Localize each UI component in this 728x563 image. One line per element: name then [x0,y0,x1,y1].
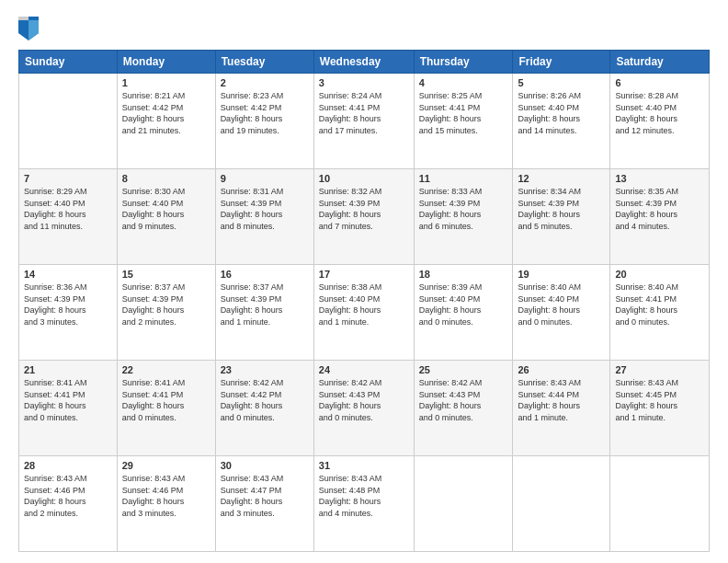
day-number: 31 [319,460,409,471]
day-info-line: Daylight: 8 hours [419,304,508,316]
day-info-line: Sunrise: 8:35 AM [615,186,704,198]
day-header-friday: Friday [513,51,610,74]
day-info-line: Daylight: 8 hours [419,400,508,412]
day-info-line: and 12 minutes. [615,125,704,137]
day-info-line: Sunset: 4:43 PM [319,389,409,401]
day-number: 24 [319,364,409,375]
day-info-line: and 2 minutes. [24,508,112,520]
day-number: 9 [221,173,309,184]
day-number: 16 [221,269,309,280]
calendar-cell: 29Sunrise: 8:43 AMSunset: 4:46 PMDayligh… [117,456,215,552]
day-info-line: and 3 minutes. [24,316,112,328]
calendar-cell: 5Sunrise: 8:26 AMSunset: 4:40 PMDaylight… [513,74,610,169]
day-info-line: Sunrise: 8:26 AM [518,90,605,102]
day-info-line: Sunrise: 8:38 AM [319,282,409,293]
day-info-line: Daylight: 8 hours [122,209,210,221]
day-info-line: Sunset: 4:45 PM [615,389,704,401]
header [18,17,710,40]
day-number: 17 [319,269,409,280]
calendar-cell: 21Sunrise: 8:41 AMSunset: 4:41 PMDayligh… [19,361,118,456]
calendar-table: SundayMondayTuesdayWednesdayThursdayFrid… [18,50,710,552]
day-info-line: Daylight: 8 hours [419,209,508,221]
day-info-line: Sunrise: 8:28 AM [615,90,704,102]
day-info-line: Daylight: 8 hours [319,496,409,508]
day-info-line: and 21 minutes. [122,125,210,137]
calendar-cell: 26Sunrise: 8:43 AMSunset: 4:44 PMDayligh… [513,361,610,456]
day-number: 20 [615,269,704,280]
day-header-wednesday: Wednesday [313,51,414,74]
day-info-line: Sunset: 4:39 PM [122,293,210,305]
day-info-line: Sunrise: 8:23 AM [221,90,309,102]
calendar-cell: 23Sunrise: 8:42 AMSunset: 4:42 PMDayligh… [215,361,313,456]
day-info-line: Sunrise: 8:42 AM [419,377,508,389]
day-info-line: and 0 minutes. [319,412,409,424]
week-row-3: 14Sunrise: 8:36 AMSunset: 4:39 PMDayligh… [19,265,710,361]
header-row: SundayMondayTuesdayWednesdayThursdayFrid… [19,51,710,74]
day-info-line: Sunset: 4:40 PM [319,293,409,305]
day-number: 3 [319,77,409,88]
day-number: 23 [221,364,309,375]
day-info-line: Sunrise: 8:24 AM [319,90,409,102]
day-info-line: and 1 minute. [615,412,704,424]
logo-icon [18,17,39,40]
day-info-line: Daylight: 8 hours [615,400,704,412]
day-number: 13 [615,173,704,184]
day-info-line: Sunrise: 8:42 AM [319,377,409,389]
day-info-line: Sunset: 4:43 PM [419,389,508,401]
day-info-line: Daylight: 8 hours [518,113,605,125]
day-info-line: Daylight: 8 hours [24,400,112,412]
day-info-line: Sunrise: 8:43 AM [518,377,605,389]
calendar-cell: 19Sunrise: 8:40 AMSunset: 4:40 PMDayligh… [513,265,610,361]
day-info-line: Sunrise: 8:30 AM [122,186,210,198]
calendar-cell: 15Sunrise: 8:37 AMSunset: 4:39 PMDayligh… [117,265,215,361]
day-number: 7 [24,173,112,184]
day-info-line: Daylight: 8 hours [24,496,112,508]
day-info-line: Sunset: 4:46 PM [122,485,210,497]
day-info-line: Sunset: 4:48 PM [319,485,409,497]
day-number: 26 [518,364,605,375]
day-info-line: Sunset: 4:40 PM [518,102,605,114]
day-number: 1 [122,77,210,88]
day-info-line: and 0 minutes. [518,316,605,328]
calendar-cell [610,456,710,552]
day-number: 14 [24,269,112,280]
day-info-line: and 1 minute. [518,412,605,424]
day-info-line: and 14 minutes. [518,125,605,137]
day-info-line: and 2 minutes. [122,316,210,328]
day-info-line: Sunset: 4:44 PM [518,389,605,401]
day-info-line: Daylight: 8 hours [122,113,210,125]
day-info-line: Daylight: 8 hours [221,304,309,316]
day-info-line: Sunset: 4:39 PM [419,198,508,210]
day-info-line: and 15 minutes. [419,125,508,137]
day-info-line: Sunset: 4:46 PM [24,485,112,497]
week-row-4: 21Sunrise: 8:41 AMSunset: 4:41 PMDayligh… [19,361,710,456]
day-header-tuesday: Tuesday [215,51,313,74]
day-info-line: and 0 minutes. [221,412,309,424]
day-header-thursday: Thursday [414,51,513,74]
day-info-line: and 0 minutes. [122,412,210,424]
day-info-line: Sunset: 4:39 PM [518,198,605,210]
day-info-line: Sunrise: 8:43 AM [221,473,309,485]
calendar-cell: 9Sunrise: 8:31 AMSunset: 4:39 PMDaylight… [215,169,313,265]
day-number: 15 [122,269,210,280]
calendar-cell: 28Sunrise: 8:43 AMSunset: 4:46 PMDayligh… [19,456,118,552]
day-info-line: Daylight: 8 hours [319,113,409,125]
day-number: 8 [122,173,210,184]
day-info-line: Daylight: 8 hours [221,113,309,125]
day-info-line: Sunrise: 8:25 AM [419,90,508,102]
calendar-cell: 17Sunrise: 8:38 AMSunset: 4:40 PMDayligh… [313,265,414,361]
calendar-cell: 3Sunrise: 8:24 AMSunset: 4:41 PMDaylight… [313,74,414,169]
day-info-line: Sunset: 4:39 PM [24,293,112,305]
day-number: 25 [419,364,508,375]
day-number: 19 [518,269,605,280]
day-info-line: Sunset: 4:40 PM [24,198,112,210]
calendar-cell: 12Sunrise: 8:34 AMSunset: 4:39 PMDayligh… [513,169,610,265]
day-number: 18 [419,269,508,280]
day-info-line: Sunrise: 8:33 AM [419,186,508,198]
calendar-cell: 25Sunrise: 8:42 AMSunset: 4:43 PMDayligh… [414,361,513,456]
day-info-line: Sunrise: 8:41 AM [122,377,210,389]
day-number: 27 [615,364,704,375]
calendar-cell: 4Sunrise: 8:25 AMSunset: 4:41 PMDaylight… [414,74,513,169]
day-number: 28 [24,460,112,471]
day-info-line: Daylight: 8 hours [221,400,309,412]
